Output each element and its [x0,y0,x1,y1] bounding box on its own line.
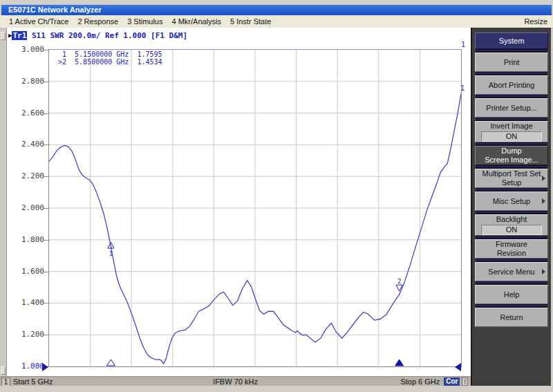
y-axis-tick-label: 2.200 [12,172,44,180]
y-axis-tick-mark [44,144,48,145]
marker-1-number: 1 [109,250,113,257]
y-axis-tick-mark [44,113,48,114]
softkey-invert-image-state: ON [481,131,541,142]
trace-number-label-top: 1 [461,41,465,48]
y-axis-tick-label: 1.200 [12,330,44,339]
menu-item-0[interactable]: 1 Active Ch/Trace [9,15,68,28]
bottom-frame-strip [0,386,553,392]
alert-indicator: ! [462,377,468,386]
softkey-firmware-revision[interactable]: FirmwareRevision [475,239,548,259]
softkey-label: Dump [501,147,521,156]
status-bar: 1 Start 5 GHz IFBW 70 kHz Stop 6 GHz Cor… [0,376,471,386]
sidebar-menu: SystemPrintAbort PrintingPrinter Setup..… [475,32,548,327]
submenu-arrow-icon [542,176,545,181]
y-axis-tick-mark [44,50,48,50]
y-axis-tick-label: 2.800 [12,77,44,86]
y-axis-tick-label: 2.000 [12,204,44,212]
softkey-label: Revision [497,249,526,258]
y-axis-tick-mark [44,176,48,177]
menu-item-resize[interactable]: Resize [524,15,547,28]
left-splitter-strip [0,28,7,386]
softkey-label: Backlight [496,215,527,224]
marker-readout: 1 5.1500000 GHz 1.7595 >2 5.8500000 GHz … [58,50,162,66]
menu-bar-items: 1 Active Ch/Trace2 Response3 Stimulus4 M… [0,17,271,26]
sweep-end-indicator-icon [455,363,461,371]
softkey-label: Service Menu [488,268,534,277]
softkey-label: Invert Image [490,122,532,131]
softkey-service-menu[interactable]: Service Menu [475,262,548,281]
y-axis-tick-mark [44,335,48,335]
softkey-multiport-test-set-setup[interactable]: Multiport Test SetSetup [475,169,548,188]
menu-item-2[interactable]: 3 Stimulus [127,15,162,28]
softkey-invert-image[interactable]: Invert ImageON [475,121,548,142]
softkey-label: Printer Setup... [486,104,536,113]
softkey-label: Help [504,290,520,299]
correction-status-badge: Cor [444,377,460,386]
softkey-label: Firmware [496,240,527,249]
softkey-menu-panel: SystemPrintAbort PrintingPrinter Setup..… [471,28,551,386]
menu-item-1[interactable]: 2 Response [77,15,118,28]
trace-label-chip[interactable]: Tr1 [12,31,27,40]
menu-item-3[interactable]: 4 Mkr/Analysis [171,15,221,28]
trace-status-line: ▶Tr1 S11 SWR 200.0m/ Ref 1.000 [F1 D&M] [8,31,187,40]
softkey-label: Return [500,313,523,322]
trace-number-label-end: 1 [460,85,465,92]
softkey-return[interactable]: Return [475,308,548,327]
submenu-arrow-icon [542,198,545,204]
y-axis-tick-label: 1.600 [12,268,44,276]
softkey-backlight[interactable]: BacklightON [475,214,548,236]
splitter-handle [1,366,6,375]
y-axis-tick-label: 1.000 [12,362,44,371]
y-axis-tick-mark [44,303,48,304]
trace-parameters-text: S11 SWR 200.0m/ Ref 1.000 [F1 D&M] [27,31,187,40]
softkey-abort-printing[interactable]: Abort Printing [475,75,548,95]
softkey-label: Setup [502,178,522,187]
y-axis-tick-label: 3.000 [12,46,44,54]
softkey-printer-setup[interactable]: Printer Setup... [475,98,548,118]
softkey-print[interactable]: Print [475,53,548,72]
softkey-label: Abort Printing [489,81,535,90]
softkey-system[interactable]: System [475,32,548,49]
softkey-misc-setup[interactable]: Misc Setup [475,192,548,211]
window-title: E5071C Network Analyzer [8,6,102,14]
y-axis-tick-mark [44,240,48,241]
y-axis-tick-mark [44,272,48,272]
marker-2-stimulus-indicator-icon[interactable] [395,360,404,366]
swr-trace-chart: 12 [49,50,461,366]
softkey-label: System [499,37,525,46]
reference-level-indicator-icon [42,363,48,371]
y-axis-tick-label: 1.400 [12,299,44,307]
softkey-dump-screen-image[interactable]: DumpScreen Image... [475,146,548,165]
softkey-backlight-state: ON [481,225,541,235]
submenu-arrow-icon [542,269,545,274]
y-axis-tick-mark [44,82,48,82]
splitter-handle [1,32,6,40]
softkey-label: Print [504,58,520,67]
stop-frequency-label: Stop 6 GHz [400,377,440,386]
y-axis-tick-label: 2.600 [12,109,44,118]
application-window: E5071C Network Analyzer 1 Active Ch/Trac… [0,0,553,392]
marker-2-number: 2 [397,278,401,285]
softkey-label: Multiport Test Set [482,169,541,178]
softkey-label: Misc Setup [493,197,530,206]
y-axis-tick-label: 1.800 [12,236,44,244]
grid-lines [49,50,461,366]
softkey-help[interactable]: Help [475,285,548,304]
softkey-label: Screen Image... [485,156,538,165]
marker-1-stimulus-indicator-icon[interactable] [106,360,115,366]
menu-item-4[interactable]: 5 Instr State [230,15,271,28]
y-axis-tick-mark [44,208,48,209]
graticule-plot-area: 12 [48,49,462,367]
y-axis-tick-label: 2.400 [12,140,44,149]
title-bar: E5071C Network Analyzer [1,5,552,15]
menu-bar: 1 Active Ch/Trace2 Response3 Stimulus4 M… [0,15,553,28]
